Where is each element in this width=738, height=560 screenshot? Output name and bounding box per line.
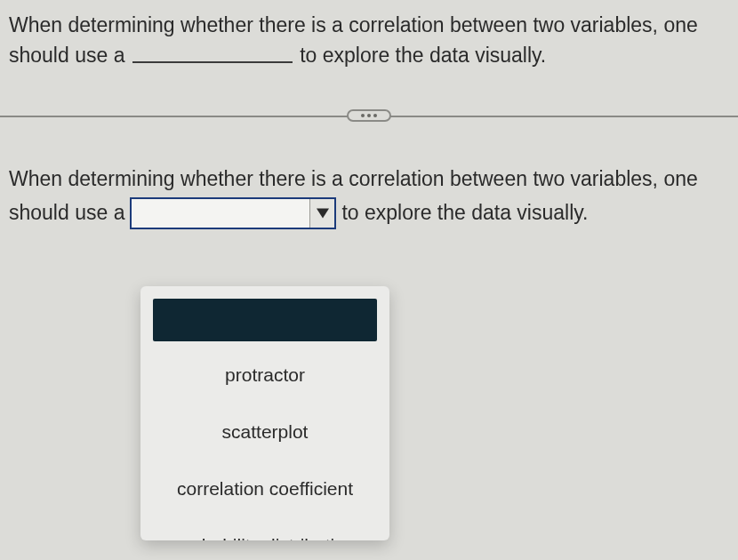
dot-icon [361,114,365,117]
question-prompt-bottom: When determining whether there is a corr… [0,128,738,229]
dropdown-option[interactable]: scatterplot [153,404,377,460]
dropdown-option[interactable]: probability distribution [153,517,377,540]
answer-dropdown-menu[interactable]: protractor scatterplot correlation coeff… [140,286,389,540]
blank-line [132,40,293,62]
question-line1: When determining whether there is a corr… [9,164,729,196]
dot-icon [367,114,371,117]
dropdown-option-blank[interactable] [153,299,377,341]
question-line2-pre: should use a [9,197,124,229]
section-divider [0,103,738,128]
dropdown-option[interactable]: correlation coefficient [153,460,377,517]
question-text-suffix: to explore the data visually. [300,44,546,68]
dropdown-trigger[interactable] [309,199,334,228]
svg-marker-0 [317,208,329,218]
question-prompt-top: When determining whether there is a corr… [0,0,738,87]
answer-select[interactable] [130,197,336,229]
dropdown-option[interactable]: protractor [153,347,377,404]
question-line2-post: to explore the data visually. [341,197,588,229]
chevron-down-icon [317,208,329,219]
answer-select-value [132,199,309,228]
expand-toggle[interactable] [347,109,391,122]
dot-icon [373,114,377,117]
